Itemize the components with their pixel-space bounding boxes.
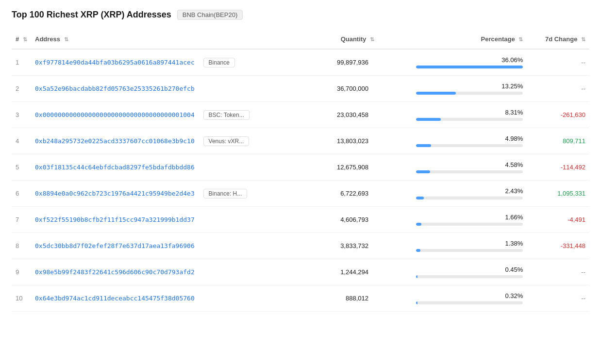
address-label: Binance: H... (203, 189, 248, 199)
cell-change: 809,711 (527, 128, 589, 154)
cell-change: -261,630 (527, 102, 589, 128)
pct-value: 4.58% (505, 161, 523, 168)
address-label: Binance (203, 58, 235, 67)
cell-address[interactable]: 0x5a52e96bacdabb82fd05763e25335261b270ef… (31, 76, 319, 102)
table-row: 5 0x03f18135c44c64ebfdcbad8297fe5bdafdbb… (12, 154, 589, 181)
pct-bar-fill (416, 275, 417, 278)
cell-rank: 6 (12, 181, 31, 207)
address-text[interactable]: 0xf977814e90da44bfa03b6295a0616a897441ac… (35, 59, 195, 66)
pct-bar-bg (416, 275, 523, 278)
cell-rank: 8 (12, 233, 31, 259)
pct-bar-fill (416, 66, 523, 68)
pct-bar-bg (416, 118, 523, 121)
cell-quantity: 13,803,023 (319, 128, 378, 154)
cell-quantity: 4,606,793 (319, 207, 378, 233)
pct-value: 36.06% (501, 56, 523, 64)
table-header-row: # ⇅ Address ⇅ Quantity ⇅ Percentage ⇅ 7d… (12, 30, 589, 49)
rank-sort-icon: ⇅ (23, 36, 27, 43)
pct-bar-bg (416, 92, 523, 95)
cell-change: -4,491 (527, 207, 589, 233)
cell-percentage: 1.38% (378, 233, 527, 259)
table-row: 8 0x5dc30bb8d7f02efef28f7e637d17aea13fa9… (12, 233, 589, 259)
cell-rank: 5 (12, 154, 31, 181)
pct-value: 8.31% (505, 109, 523, 116)
pct-value: 1.38% (505, 240, 523, 247)
table-row: 6 0x8894e0a0c962cb723c1976a4421c95949be2… (12, 181, 589, 207)
address-label: BSC: Token... (203, 110, 250, 120)
cell-rank: 1 (12, 49, 31, 76)
cell-percentage: 4.58% (378, 154, 527, 181)
cell-change: -114,492 (527, 154, 589, 181)
pct-bar-fill (416, 144, 431, 147)
address-label: Venus: vXR... (203, 136, 250, 146)
address-text[interactable]: 0x64e3bd974ac1cd911deceabcc145475f38d057… (35, 295, 195, 302)
address-text[interactable]: 0x8894e0a0c962cb723c1976a4421c95949be2d4… (35, 190, 195, 197)
cell-address[interactable]: 0x5dc30bb8d7f02efef28f7e637d17aea13fa969… (31, 233, 319, 259)
cell-quantity: 3,833,732 (319, 233, 378, 259)
address-text[interactable]: 0x98e5b99f2483f22641c596d606c90c70d793af… (35, 268, 195, 276)
pct-bar-fill (416, 301, 417, 304)
page-title: Top 100 Richest XRP (XRP) Addresses (12, 10, 171, 20)
pct-value: 0.45% (505, 266, 523, 273)
pct-bar-bg (416, 249, 523, 252)
cell-address[interactable]: 0xb248a295732e0225acd3337607cc01068e3b9c… (31, 128, 319, 154)
address-text[interactable]: 0x03f18135c44c64ebfdcbad8297fe5bdafdbbdd… (35, 164, 195, 171)
pct-bar-fill (416, 249, 420, 252)
cell-address[interactable]: 0x03f18135c44c64ebfdcbad8297fe5bdafdbbdd… (31, 154, 319, 181)
cell-address[interactable]: 0x98e5b99f2483f22641c596d606c90c70d793af… (31, 259, 319, 285)
pct-bar-fill (416, 118, 441, 121)
pct-bar-fill (416, 92, 455, 95)
cell-address[interactable]: 0xf522f55190b8cfb2f11f15cc947a321999b1dd… (31, 207, 319, 233)
percentage-sort-icon: ⇅ (518, 36, 523, 43)
table-row: 3 0x000000000000000000000000000000000000… (12, 102, 589, 128)
cell-change: -- (527, 76, 589, 102)
pct-bar-fill (416, 170, 430, 173)
col-change[interactable]: 7d Change ⇅ (527, 30, 589, 49)
cell-rank: 4 (12, 128, 31, 154)
cell-address[interactable]: 0x8894e0a0c962cb723c1976a4421c95949be2d4… (31, 181, 319, 207)
address-text[interactable]: 0xb248a295732e0225acd3337607cc01068e3b9c… (35, 137, 195, 145)
col-percentage[interactable]: Percentage ⇅ (378, 30, 527, 49)
richest-addresses-table: # ⇅ Address ⇅ Quantity ⇅ Percentage ⇅ 7d… (12, 30, 589, 312)
cell-quantity: 99,897,936 (319, 49, 378, 76)
pct-value: 1.66% (505, 214, 523, 221)
chain-badge: BNB Chain(BEP20) (177, 10, 243, 20)
page-header: Top 100 Richest XRP (XRP) Addresses BNB … (12, 10, 589, 20)
cell-quantity: 36,700,000 (319, 76, 378, 102)
cell-quantity: 12,675,908 (319, 154, 378, 181)
cell-percentage: 4.98% (378, 128, 527, 154)
pct-value: 13.25% (501, 83, 523, 90)
cell-change: -- (527, 259, 589, 285)
col-address[interactable]: Address ⇅ (31, 30, 319, 49)
pct-bar-bg (416, 197, 523, 199)
pct-bar-bg (416, 170, 523, 173)
address-text[interactable]: 0xf522f55190b8cfb2f11f15cc947a321999b1dd… (35, 216, 195, 223)
cell-address[interactable]: 0x64e3bd974ac1cd911deceabcc145475f38d057… (31, 285, 319, 312)
col-rank[interactable]: # ⇅ (12, 30, 31, 49)
cell-quantity: 6,722,693 (319, 181, 378, 207)
pct-value: 4.98% (505, 135, 523, 142)
cell-change: -- (527, 49, 589, 76)
table-row: 7 0xf522f55190b8cfb2f11f15cc947a321999b1… (12, 207, 589, 233)
cell-quantity: 888,012 (319, 285, 378, 312)
cell-rank: 3 (12, 102, 31, 128)
cell-rank: 9 (12, 259, 31, 285)
table-row: 2 0x5a52e96bacdabb82fd05763e25335261b270… (12, 76, 589, 102)
pct-bar-bg (416, 223, 523, 226)
cell-quantity: 23,030,458 (319, 102, 378, 128)
pct-bar-fill (416, 197, 423, 199)
cell-address[interactable]: 0x00000000000000000000000000000000000010… (31, 102, 319, 128)
cell-change: -331,448 (527, 233, 589, 259)
cell-rank: 10 (12, 285, 31, 312)
address-sort-icon: ⇅ (64, 36, 68, 43)
pct-value: 0.32% (505, 292, 523, 299)
cell-address[interactable]: 0xf977814e90da44bfa03b6295a0616a897441ac… (31, 49, 319, 76)
col-quantity[interactable]: Quantity ⇅ (319, 30, 378, 49)
pct-bar-bg (416, 144, 523, 147)
address-text[interactable]: 0x5dc30bb8d7f02efef28f7e637d17aea13fa969… (35, 242, 195, 249)
table-row: 4 0xb248a295732e0225acd3337607cc01068e3b… (12, 128, 589, 154)
address-text[interactable]: 0x5a52e96bacdabb82fd05763e25335261b270ef… (35, 85, 195, 92)
address-text[interactable]: 0x00000000000000000000000000000000000010… (35, 111, 195, 118)
cell-change: 1,095,331 (527, 181, 589, 207)
cell-rank: 7 (12, 207, 31, 233)
